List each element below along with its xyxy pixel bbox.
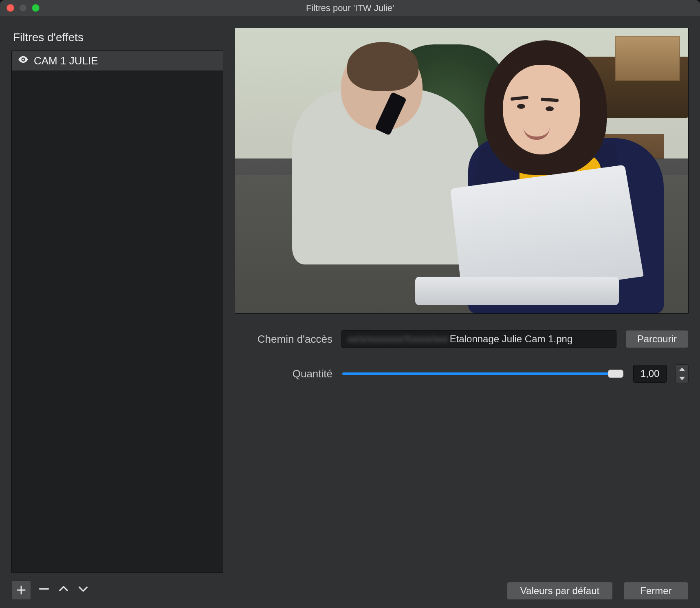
- path-value: Etalonnage Julie Cam 1.png: [450, 333, 573, 345]
- filter-row[interactable]: CAM 1 JULIE: [12, 51, 223, 70]
- window-controls: [7, 4, 40, 12]
- main-panel: Chemin d'accès xx/x/xxxxxxx/Xxxxx/xxx Et…: [235, 28, 689, 600]
- sidebar-title: Filtres d'effets: [13, 31, 222, 44]
- svg-point-0: [22, 58, 24, 60]
- visibility-icon[interactable]: [18, 54, 29, 68]
- preview-scene: [235, 28, 688, 313]
- stepper-down-button[interactable]: [676, 374, 688, 383]
- defaults-button[interactable]: Valeurs par défaut: [507, 582, 613, 600]
- browse-button[interactable]: Parcourir: [625, 330, 689, 348]
- path-label: Chemin d'accès: [235, 333, 332, 346]
- path-hidden-prefix: xx/x/xxxxxxx/Xxxxx/xxx: [348, 333, 448, 345]
- stepper-up-button[interactable]: [676, 365, 688, 374]
- window-title: Filtres pour 'ITW Julie': [306, 3, 394, 13]
- maximize-window-icon[interactable]: [32, 4, 40, 12]
- minimize-window-icon: [19, 4, 27, 12]
- amount-slider-wrap: [341, 372, 624, 376]
- amount-row: Quantité 1,00: [235, 364, 689, 383]
- titlebar: Filtres pour 'ITW Julie': [0, 0, 700, 16]
- filters-window: Filtres pour 'ITW Julie' Filtres d'effet…: [0, 0, 700, 608]
- amount-value-field[interactable]: 1,00: [633, 365, 667, 383]
- path-field[interactable]: xx/x/xxxxxxx/Xxxxx/xxx Etalonnage Julie …: [341, 330, 616, 348]
- footer-buttons: Valeurs par défaut Fermer: [11, 582, 689, 600]
- amount-slider[interactable]: [342, 372, 623, 375]
- amount-label: Quantité: [235, 368, 332, 380]
- sidebar: Filtres d'effets CAM 1 JULIE: [11, 28, 223, 600]
- close-button[interactable]: Fermer: [623, 582, 689, 600]
- close-window-icon[interactable]: [7, 4, 14, 12]
- path-row: Chemin d'accès xx/x/xxxxxxx/Xxxxx/xxx Et…: [235, 330, 689, 348]
- filter-row-label: CAM 1 JULIE: [34, 55, 98, 67]
- filters-list[interactable]: CAM 1 JULIE: [11, 51, 223, 573]
- amount-stepper: [676, 364, 689, 383]
- preview-image: [235, 28, 689, 314]
